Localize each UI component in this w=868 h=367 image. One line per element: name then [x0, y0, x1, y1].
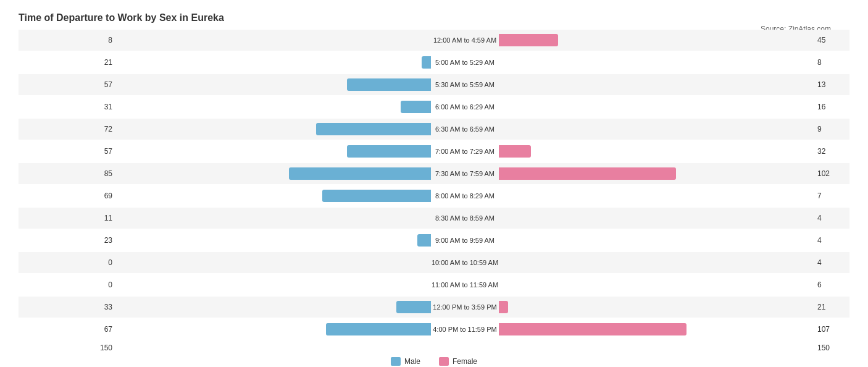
chart-row: 72 6:30 AM to 6:59 AM 9: [19, 119, 849, 140]
bars-container: 4:00 PM to 11:59 PM: [117, 319, 812, 340]
chart-legend: Male Female: [19, 357, 849, 366]
time-label: 7:30 AM to 7:59 AM: [435, 170, 495, 177]
male-bar: [417, 234, 431, 247]
bars-container: 9:00 AM to 9:59 AM: [117, 230, 812, 251]
male-value: 72: [19, 125, 117, 133]
male-bar: [316, 123, 431, 135]
legend-male: Male: [391, 357, 420, 366]
male-value: 85: [19, 169, 117, 178]
chart-row: 11 8:30 AM to 8:59 AM 4: [19, 208, 849, 229]
time-label: 5:00 AM to 5:29 AM: [435, 59, 495, 66]
bars-container: 8:00 AM to 8:29 AM: [117, 185, 812, 206]
chart-row: 8 12:00 AM to 4:59 AM 45: [19, 30, 849, 51]
chart-row: 67 4:00 PM to 11:59 PM 107: [19, 319, 849, 340]
chart-area: 8 12:00 AM to 4:59 AM 45 21 5:00 AM to 5…: [19, 30, 849, 366]
time-label: 6:30 AM to 6:59 AM: [435, 125, 495, 133]
chart-row: 0 11:00 AM to 11:59 AM 6: [19, 274, 849, 295]
female-bar: [499, 323, 686, 335]
female-value: 7: [812, 192, 849, 200]
male-bar: [347, 145, 431, 158]
male-value: 33: [19, 303, 117, 311]
time-label: 8:00 AM to 8:29 AM: [435, 192, 495, 200]
chart-row: 23 9:00 AM to 9:59 AM 4: [19, 230, 849, 251]
bars-container: 12:00 PM to 3:59 PM: [117, 297, 812, 318]
time-label: 8:30 AM to 8:59 AM: [435, 214, 495, 222]
axis-row: 150 150: [19, 344, 849, 352]
male-value: 57: [19, 147, 117, 156]
time-label: 12:00 AM to 4:59 AM: [433, 36, 496, 44]
female-bar: [499, 34, 558, 46]
bars-container: 8:30 AM to 8:59 AM: [117, 208, 812, 229]
time-label: 12:00 PM to 3:59 PM: [433, 303, 496, 311]
time-label: 7:00 AM to 7:29 AM: [435, 148, 495, 155]
bars-container: 7:30 AM to 7:59 AM: [117, 163, 812, 184]
bars-container: 5:00 AM to 5:29 AM: [117, 52, 812, 73]
chart-title: Time of Departure to Work by Sex in Eure…: [19, 12, 849, 23]
male-bar: [347, 78, 431, 91]
female-value: 8: [812, 58, 849, 67]
female-value: 102: [812, 169, 849, 178]
female-value: 16: [812, 103, 849, 111]
chart-row: 57 7:00 AM to 7:29 AM 32: [19, 141, 849, 162]
bars-container: 6:30 AM to 6:59 AM: [117, 119, 812, 140]
axis-right-label: 150: [812, 344, 849, 352]
time-label: 4:00 PM to 11:59 PM: [433, 326, 496, 333]
female-bar: [499, 145, 531, 158]
male-bar: [289, 167, 431, 180]
male-value: 69: [19, 192, 117, 200]
male-value: 11: [19, 214, 117, 222]
chart-row: 21 5:00 AM to 5:29 AM 8: [19, 52, 849, 73]
female-bar-wrap: [465, 323, 686, 335]
female-bar: [499, 167, 676, 180]
bars-container: 6:00 AM to 6:29 AM: [117, 96, 812, 117]
female-legend-label: Female: [453, 357, 477, 366]
time-label: 11:00 AM to 11:59 AM: [432, 281, 498, 289]
chart-row: 85 7:30 AM to 7:59 AM 102: [19, 163, 849, 184]
female-value: 107: [812, 325, 849, 334]
female-bar-wrap: [465, 167, 676, 180]
female-value: 4: [812, 258, 849, 267]
female-value: 9: [812, 125, 849, 133]
male-value: 0: [19, 258, 117, 267]
male-value: 21: [19, 58, 117, 67]
legend-female: Female: [439, 357, 477, 366]
chart-row: 31 6:00 AM to 6:29 AM 16: [19, 96, 849, 117]
male-value: 57: [19, 80, 117, 89]
male-bar: [322, 190, 431, 202]
axis-left-label: 150: [19, 344, 117, 352]
time-label: 10:00 AM to 10:59 AM: [432, 259, 498, 266]
bars-container: 10:00 AM to 10:59 AM: [117, 252, 812, 273]
bars-container: 11:00 AM to 11:59 AM: [117, 274, 812, 295]
bars-container: 5:30 AM to 5:59 AM: [117, 74, 812, 95]
female-value: 45: [812, 36, 849, 44]
male-bar: [401, 101, 431, 113]
time-label: 6:00 AM to 6:29 AM: [435, 103, 495, 111]
male-value: 67: [19, 325, 117, 334]
female-value: 6: [812, 281, 849, 289]
bars-container: 12:00 AM to 4:59 AM: [117, 30, 812, 51]
chart-row: 57 5:30 AM to 5:59 AM 13: [19, 74, 849, 95]
chart-row: 33 12:00 PM to 3:59 PM 21: [19, 297, 849, 318]
male-value: 23: [19, 236, 117, 245]
female-value: 4: [812, 214, 849, 222]
male-legend-label: Male: [404, 357, 420, 366]
female-legend-box: [439, 357, 449, 366]
bars-container: 7:00 AM to 7:29 AM: [117, 141, 812, 162]
male-legend-box: [391, 357, 401, 366]
female-value: 21: [812, 303, 849, 311]
male-bar: [326, 323, 431, 335]
female-value: 4: [812, 236, 849, 245]
male-bar: [422, 56, 431, 69]
female-value: 13: [812, 80, 849, 89]
male-value: 8: [19, 36, 117, 44]
time-label: 5:30 AM to 5:59 AM: [435, 81, 495, 88]
male-value: 31: [19, 103, 117, 111]
time-label: 9:00 AM to 9:59 AM: [435, 237, 495, 244]
chart-row: 0 10:00 AM to 10:59 AM 4: [19, 252, 849, 273]
female-bar: [499, 301, 508, 313]
chart-row: 69 8:00 AM to 8:29 AM 7: [19, 185, 849, 206]
male-value: 0: [19, 281, 117, 289]
female-value: 32: [812, 147, 849, 156]
male-bar: [396, 301, 431, 313]
